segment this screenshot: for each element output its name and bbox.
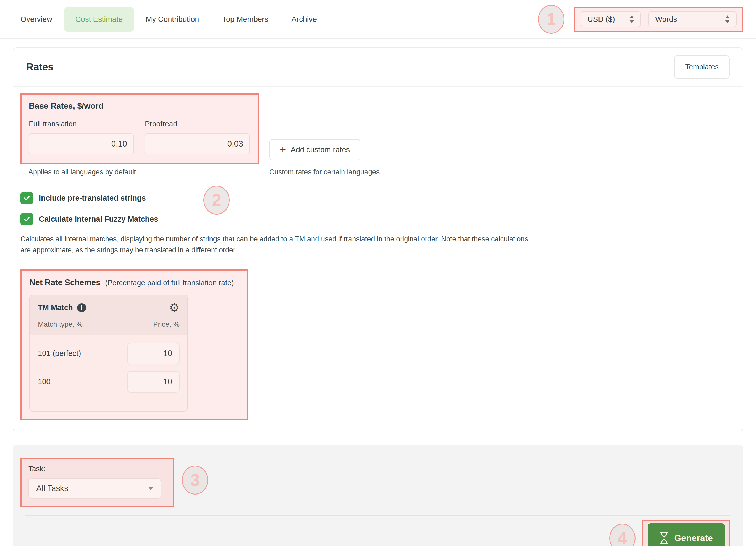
templates-button[interactable]: Templates	[674, 55, 730, 78]
base-rates-section: Base Rates, $/word Full translation Proo…	[20, 93, 736, 178]
tm-match-card: TM Match i ⚙ Match type, % Price, % 101 …	[29, 295, 188, 412]
annotation-step-1: 1	[538, 5, 564, 34]
annotation-number: 3	[190, 470, 200, 490]
annotation-number: 2	[212, 190, 221, 210]
chevron-down-icon	[148, 487, 153, 490]
rates-card: Rates Templates Base Rates, $/word Full …	[13, 47, 743, 432]
tm-match-row: 101 (perfect)	[38, 343, 180, 364]
task-select[interactable]: All Tasks	[28, 478, 161, 499]
add-custom-rates-label: Add custom rates	[291, 145, 350, 154]
custom-rates-helper-text: Custom rates for certain languages	[269, 168, 380, 176]
tab-overview[interactable]: Overview	[9, 7, 64, 31]
match-type-label: 100	[38, 377, 50, 386]
net-rate-schemes-highlight: Net Rate Schemes (Percentage paid of ful…	[20, 269, 248, 421]
net-rate-schemes-heading: Net Rate Schemes (Percentage paid of ful…	[29, 278, 239, 287]
tab-cost-estimate[interactable]: Cost Estimate	[64, 7, 134, 31]
add-custom-rates-button[interactable]: + Add custom rates	[269, 139, 360, 160]
net-rate-schemes-subtitle: (Percentage paid of full translation rat…	[105, 279, 234, 287]
generate-panel: Task: All Tasks 3 4 Generate	[13, 445, 743, 546]
tab-my-contribution[interactable]: My Contribution	[134, 7, 211, 31]
top-tab-bar: Overview Cost Estimate My Contribution T…	[0, 0, 756, 39]
option-label: Include pre-translated strings	[39, 194, 146, 202]
base-rates-inputs	[29, 133, 251, 154]
base-rates-heading: Base Rates, $/word	[29, 101, 251, 111]
generate-button[interactable]: Generate	[648, 523, 725, 546]
nav-right-controls: 1 USD ($) Words	[538, 5, 743, 34]
currency-select[interactable]: USD ($)	[581, 11, 641, 27]
annotation-number: 1	[547, 9, 556, 29]
task-select-value: All Tasks	[36, 484, 68, 493]
checkbox-include-pretranslated-checked[interactable]	[20, 192, 33, 204]
task-highlight: Task: All Tasks	[20, 458, 174, 507]
match-price-input-100[interactable]	[127, 371, 180, 393]
option-include-pretranslated: Include pre-translated strings	[20, 192, 736, 204]
tm-match-header: TM Match i ⚙ Match type, % Price, %	[30, 295, 187, 335]
header-selects-highlight: USD ($) Words	[574, 7, 743, 32]
up-down-arrows-icon	[725, 15, 730, 23]
tab-archive[interactable]: Archive	[280, 7, 328, 31]
tm-match-column-headers: Match type, % Price, %	[38, 321, 180, 329]
full-translation-label: Full translation	[29, 120, 134, 128]
generate-highlight: Generate	[642, 520, 730, 546]
tm-match-title-row: TM Match i	[38, 303, 86, 312]
tab-top-members[interactable]: Top Members	[211, 7, 280, 31]
gear-icon[interactable]: ⚙	[169, 302, 180, 314]
up-down-arrows-icon	[629, 15, 634, 23]
base-rates-helper-text: Applies to all languages by default	[28, 168, 136, 176]
proofread-input[interactable]	[145, 133, 250, 154]
info-icon[interactable]: i	[77, 303, 86, 312]
option-calculate-fuzzy: Calculate Internal Fuzzy Matches	[20, 213, 736, 225]
match-price-input-101[interactable]	[127, 343, 180, 364]
match-type-label: 101 (perfect)	[38, 349, 81, 358]
check-icon	[23, 215, 31, 223]
annotation-step-4: 4	[609, 524, 636, 546]
checkbox-calculate-fuzzy-checked[interactable]	[20, 213, 33, 225]
currency-select-value: USD ($)	[587, 15, 615, 24]
annotation-number: 4	[618, 528, 627, 546]
footer-divider	[25, 515, 730, 516]
full-translation-input[interactable]	[29, 133, 134, 154]
hourglass-icon	[660, 532, 669, 544]
annotation-step-2: 2	[203, 186, 230, 214]
rates-card-header: Rates Templates	[13, 48, 743, 87]
tm-match-row: 100	[38, 371, 180, 393]
base-rates-highlight: Base Rates, $/word Full translation Proo…	[20, 93, 259, 164]
options-list: Include pre-translated strings Calculate…	[20, 192, 736, 225]
option-label: Calculate Internal Fuzzy Matches	[39, 215, 158, 223]
annotation-step-3: 3	[182, 466, 208, 495]
fuzzy-matches-description: Calculates all internal matches, display…	[20, 234, 535, 256]
proofread-label: Proofread	[145, 120, 250, 128]
tm-match-header-top: TM Match i ⚙	[38, 302, 180, 314]
generate-row: 4 Generate	[20, 520, 730, 546]
net-rate-schemes-title: Net Rate Schemes	[29, 278, 101, 287]
tm-match-rows: 101 (perfect) 100	[30, 335, 187, 411]
check-icon	[23, 194, 31, 202]
unit-select[interactable]: Words	[648, 11, 737, 27]
base-rates-labels: Full translation Proofread	[29, 120, 251, 128]
generate-button-label: Generate	[674, 533, 713, 543]
unit-select-value: Words	[655, 15, 677, 24]
price-column-header: Price, %	[153, 321, 180, 329]
task-label: Task:	[28, 465, 166, 473]
tm-match-title: TM Match	[38, 303, 73, 312]
plus-icon: +	[280, 144, 286, 154]
base-rates-helpers: Applies to all languages by default Cust…	[20, 168, 736, 178]
page-title: Rates	[26, 61, 54, 73]
rates-card-body: Base Rates, $/word Full translation Proo…	[13, 87, 743, 431]
match-type-column-header: Match type, %	[38, 321, 83, 329]
